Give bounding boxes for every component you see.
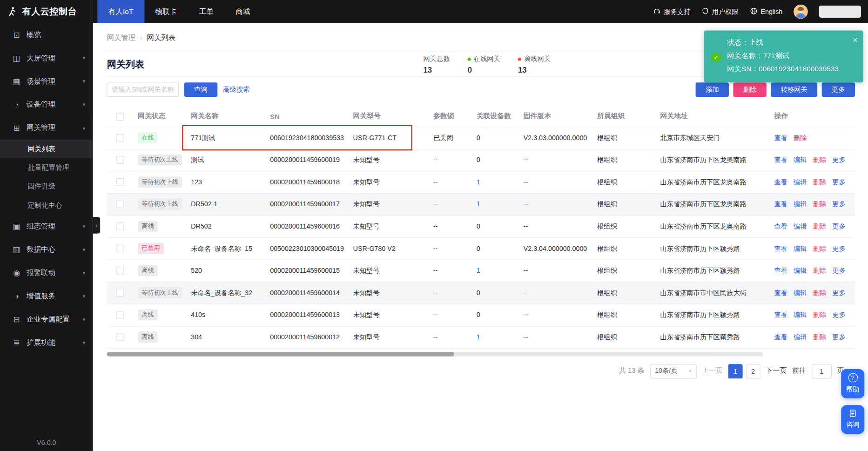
sidebar-collapse-handle[interactable]: ‹ [93,217,100,234]
op-action-link[interactable]: 更多 [832,244,846,252]
sidebar-item-4[interactable]: ⊞网关管理▴ [0,116,93,140]
op-action-link[interactable]: 查看 [774,222,787,230]
nav-link-1[interactable]: 用户权限 [701,7,739,16]
sidebar-subitem-0[interactable]: 网关列表 [0,140,93,158]
op-delete-link[interactable]: 删除 [794,134,807,141]
op-action-link[interactable]: 编辑 [794,156,807,164]
action-button-0[interactable]: 添加 [696,82,729,97]
cell-address: 山东省济南市历下区颖秀路 [656,326,763,348]
avatar[interactable] [794,5,808,19]
topnav-tab-0[interactable]: 有人IoT [97,0,144,23]
linked-count-link[interactable]: 1 [477,333,480,341]
search-input[interactable] [107,82,179,97]
op-action-link[interactable]: 查看 [774,178,787,186]
op-action-link[interactable]: 查看 [774,156,787,164]
op-action-link[interactable]: 编辑 [794,289,807,296]
page-button-1[interactable]: 1 [728,364,743,378]
op-action-link[interactable]: 查看 [774,333,787,341]
cell-status: 已禁用 [134,237,187,260]
op-action-link[interactable]: 查看 [774,267,787,275]
linked-count-link[interactable]: 1 [477,178,480,186]
sidebar-item-7[interactable]: ◉报警联动▾ [0,261,93,284]
op-delete-link[interactable]: 删除 [813,156,827,164]
sidebar-item-8[interactable]: ◑增值服务▾ [0,284,93,308]
sidebar-item-3[interactable]: ◔设备管理▾ [0,93,93,116]
op-action-link[interactable]: 更多 [832,333,846,341]
op-delete-link[interactable]: 删除 [813,178,827,186]
op-action-link[interactable]: 更多 [832,200,846,208]
select-all-checkbox[interactable] [116,113,124,121]
op-action-link[interactable]: 查看 [774,244,787,252]
sidebar-subitem-1[interactable]: 批量配置管理 [0,158,93,177]
op-action-link[interactable]: 更多 [832,289,846,296]
op-action-link[interactable]: 查看 [774,311,787,319]
row-checkbox[interactable] [116,222,124,230]
op-action-link[interactable]: 编辑 [794,244,807,252]
next-page-button[interactable]: 下一页 [766,366,787,376]
topnav-tab-2[interactable]: 工单 [188,0,224,23]
linked-count-link[interactable]: 1 [477,267,480,275]
op-delete-link[interactable]: 删除 [813,289,827,296]
op-action-link[interactable]: 更多 [832,267,846,275]
username-redacted[interactable] [819,6,861,18]
action-button-3[interactable]: 更多 [822,82,855,97]
logo[interactable]: 有人云控制台 [0,0,93,23]
op-action-link[interactable]: 编辑 [794,200,807,208]
row-checkbox[interactable] [116,289,124,297]
help-button[interactable]: ? 帮助 [841,369,864,398]
op-action-link[interactable]: 更多 [832,156,846,164]
scrollbar-thumb[interactable] [107,352,454,357]
row-checkbox[interactable] [116,156,124,164]
op-delete-link[interactable]: 删除 [813,267,827,275]
nav-link-0[interactable]: 服务支持 [653,7,691,16]
topnav-tab-3[interactable]: 商城 [224,0,261,23]
row-checkbox[interactable] [116,267,124,275]
op-action-link[interactable]: 查看 [774,289,787,296]
topnav-tab-1[interactable]: 物联卡 [144,0,188,23]
sidebar-item-10[interactable]: ≣扩展功能▾ [0,331,93,354]
op-delete-link[interactable]: 删除 [813,311,827,319]
op-action-link[interactable]: 编辑 [794,222,807,230]
sidebar-subitem-3[interactable]: 定制化中心 [0,196,93,215]
close-icon[interactable]: × [853,33,858,47]
sidebar-item-5[interactable]: ▣组态管理▾ [0,215,93,238]
action-button-2[interactable]: 转移网关 [771,82,817,97]
breadcrumb-parent[interactable]: 网关管理 [107,33,135,42]
row-checkbox[interactable] [116,333,124,341]
row-checkbox[interactable] [116,134,124,142]
op-action-link[interactable]: 查看 [774,134,787,141]
sidebar-item-9[interactable]: ⊟企业专属配置▾ [0,308,93,331]
row-checkbox[interactable] [116,178,124,186]
op-action-link[interactable]: 编辑 [794,311,807,319]
op-delete-link[interactable]: 删除 [813,244,827,252]
consult-button[interactable]: 咨询 [841,405,864,434]
op-action-link[interactable]: 查看 [774,200,787,208]
op-delete-link[interactable]: 删除 [813,200,827,208]
sidebar-item-2[interactable]: ▦场景管理▾ [0,70,93,93]
row-checkbox[interactable] [116,311,124,319]
sidebar-item-1[interactable]: ◫大屏管理▾ [0,47,93,70]
row-checkbox[interactable] [116,201,124,209]
op-delete-link[interactable]: 删除 [813,222,827,230]
page-size-select[interactable]: 10条/页 ▾ [650,364,696,378]
sidebar-subitem-2[interactable]: 固件升级 [0,177,93,195]
sidebar-item-0[interactable]: ⊡概览 [0,23,93,47]
sidebar-item-6[interactable]: ▥数据中心▾ [0,238,93,261]
page-button-2[interactable]: 2 [746,364,760,378]
nav-link-2[interactable]: English [750,7,783,16]
action-button-1[interactable]: 删除 [733,82,766,97]
jump-page-input[interactable] [812,364,832,378]
linked-count-link[interactable]: 1 [477,200,480,208]
op-delete-link[interactable]: 删除 [813,333,827,341]
op-action-link[interactable]: 编辑 [794,178,807,186]
advanced-search-link[interactable]: 高级搜索 [223,85,249,94]
sidebar-item-label: 组态管理 [27,222,83,231]
op-action-link[interactable]: 编辑 [794,333,807,341]
prev-page-button[interactable]: 上一页 [702,366,723,376]
op-action-link[interactable]: 更多 [832,311,846,319]
op-action-link[interactable]: 更多 [832,222,846,230]
op-action-link[interactable]: 更多 [832,178,846,186]
row-checkbox[interactable] [116,245,124,253]
op-action-link[interactable]: 编辑 [794,267,807,275]
search-button[interactable]: 查询 [184,82,217,97]
